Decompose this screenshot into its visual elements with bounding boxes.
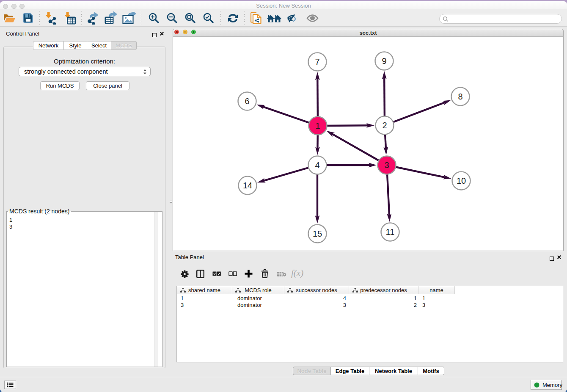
svg-text:1: 1 bbox=[315, 121, 320, 130]
svg-text:4: 4 bbox=[315, 160, 319, 170]
svg-text:14: 14 bbox=[243, 181, 252, 190]
svg-text:7: 7 bbox=[315, 57, 319, 66]
svg-text:15: 15 bbox=[313, 229, 322, 238]
svg-text:11: 11 bbox=[386, 227, 395, 237]
svg-text:8: 8 bbox=[458, 92, 462, 101]
svg-text:9: 9 bbox=[382, 56, 386, 66]
svg-text:2: 2 bbox=[382, 121, 387, 130]
svg-text:6: 6 bbox=[245, 97, 249, 106]
svg-text:3: 3 bbox=[384, 160, 389, 170]
svg-text:10: 10 bbox=[457, 176, 466, 185]
